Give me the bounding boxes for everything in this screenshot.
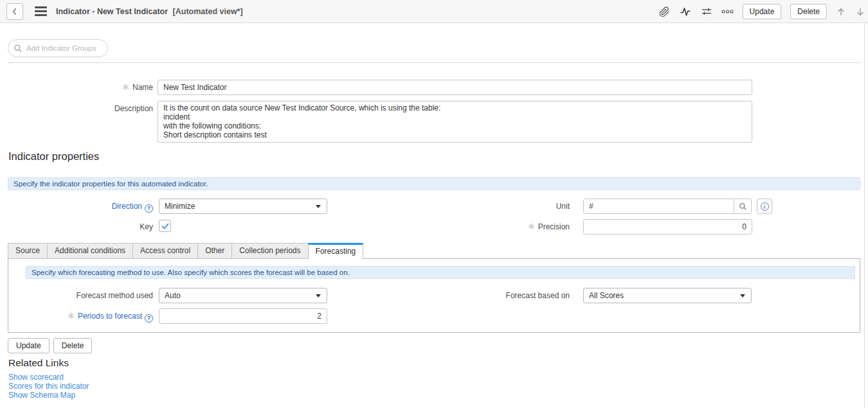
page-title: Indicator - New Test Indicator [Automate… — [56, 7, 243, 16]
tab-other[interactable]: Other — [197, 243, 232, 259]
direction-label: Direction? — [8, 199, 153, 214]
required-icon — [528, 223, 535, 230]
footer-delete-button[interactable]: Delete — [53, 338, 93, 353]
previous-record-button[interactable] — [836, 6, 846, 17]
properties-hint: Specify the indicator properties for thi… — [8, 177, 860, 190]
back-button[interactable] — [6, 3, 23, 20]
unit-label: Unit — [386, 199, 570, 214]
view-label: [Automated view*] — [173, 7, 243, 16]
tab-forecasting[interactable]: Forecasting — [308, 243, 364, 260]
attachment-button[interactable] — [659, 6, 670, 17]
precision-input[interactable] — [583, 219, 752, 235]
live-feed-button[interactable] — [679, 6, 692, 17]
activity-icon — [679, 6, 692, 17]
add-indicator-groups-field[interactable] — [8, 39, 108, 57]
direction-select[interactable]: Minimize — [159, 199, 327, 214]
forecast-based-on-label: Forecast based on — [386, 288, 570, 303]
tab-access-control[interactable]: Access control — [132, 243, 198, 259]
paperclip-icon — [659, 6, 670, 17]
name-label: Name — [8, 80, 153, 95]
more-options-button[interactable] — [721, 8, 734, 15]
unit-field-group — [583, 199, 752, 214]
key-label: Key — [8, 219, 153, 235]
required-icon — [122, 84, 129, 91]
forecast-method-select[interactable]: Auto — [159, 288, 327, 303]
dropdown-caret-icon — [316, 205, 321, 208]
tab-source[interactable]: Source — [8, 243, 48, 259]
chevron-left-icon — [10, 7, 19, 16]
link-scores-for-indicator[interactable]: Scores for this indicator — [8, 382, 89, 391]
footer-update-button[interactable]: Update — [8, 338, 50, 353]
name-input[interactable] — [158, 80, 752, 95]
tab-additional-conditions[interactable]: Additional conditions — [47, 243, 133, 259]
indicator-properties-title: Indicator properties — [8, 150, 99, 163]
indicator-form-page: Indicator - New Test Indicator [Automate… — [0, 0, 868, 408]
header-toolbar: Update Delete — [659, 0, 865, 23]
header-update-button[interactable]: Update — [743, 4, 782, 19]
next-record-button[interactable] — [855, 6, 865, 17]
more-options-icon — [721, 8, 734, 15]
info-icon: i — [761, 202, 769, 211]
link-show-scorecard[interactable]: Show scorecard — [8, 373, 64, 382]
context-menu-icon[interactable] — [35, 6, 47, 16]
periods-help-icon[interactable]: ? — [145, 314, 153, 323]
header-delete-button[interactable]: Delete — [790, 4, 827, 19]
personalize-form-button[interactable] — [701, 6, 712, 17]
indicator-groups-bar — [8, 39, 108, 57]
search-icon — [14, 44, 23, 53]
sliders-icon — [701, 6, 712, 17]
direction-help-icon[interactable]: ? — [145, 204, 153, 213]
periods-to-forecast-label: Periods to forecast? — [8, 308, 153, 324]
required-icon — [68, 312, 75, 319]
arrow-down-icon — [855, 6, 865, 17]
content-right-border — [864, 23, 865, 408]
section-divider — [8, 62, 860, 63]
description-textarea[interactable]: It is the count on data source New Test … — [158, 101, 752, 143]
add-indicator-groups-input[interactable] — [26, 44, 102, 52]
related-links-title: Related Links — [8, 357, 69, 369]
precision-label: Precision — [386, 219, 570, 235]
arrow-up-icon — [836, 6, 846, 17]
tab-collection-periods[interactable]: Collection periods — [231, 243, 308, 259]
periods-to-forecast-input[interactable] — [159, 308, 327, 324]
unit-input[interactable] — [584, 199, 734, 213]
unit-reference-lookup-button[interactable] — [734, 199, 751, 213]
key-checkbox[interactable] — [159, 220, 171, 232]
forecast-method-label: Forecast method used — [8, 288, 153, 303]
form-header-bar: Indicator - New Test Indicator [Automate… — [0, 0, 868, 23]
description-label: Description — [8, 101, 153, 116]
link-show-schema-map[interactable]: Show Schema Map — [8, 391, 75, 400]
record-title: Indicator - New Test Indicator — [56, 7, 168, 16]
dropdown-caret-icon — [316, 294, 321, 297]
checkmark-icon — [161, 222, 170, 231]
search-icon — [739, 202, 747, 211]
form-footer-buttons: Update Delete — [8, 338, 92, 353]
dropdown-caret-icon — [740, 294, 745, 297]
forecast-based-on-select[interactable]: All Scores — [583, 288, 752, 303]
unit-preview-button[interactable]: i — [757, 199, 772, 214]
form-tabs: Source Additional conditions Access cont… — [8, 243, 363, 260]
forecasting-hint: Specify which forecasting method to use.… — [26, 266, 855, 279]
